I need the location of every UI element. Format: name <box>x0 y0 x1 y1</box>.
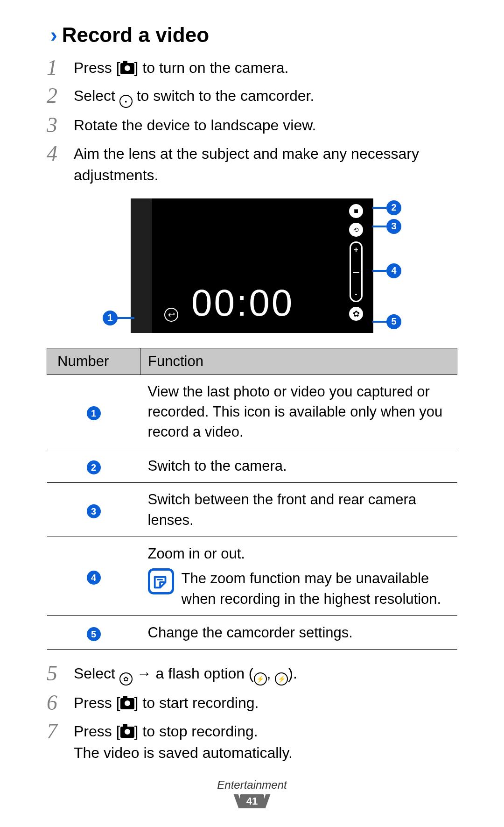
switch-lens-icon: ⟲ <box>349 223 363 237</box>
step-5: 5 Select ✿ → a flash option (⚡, ⚡). <box>47 663 457 686</box>
row-function: Change the camcorder settings. <box>140 616 457 650</box>
text: → a flash option ( <box>133 665 254 682</box>
number-badge-icon: 1 <box>87 406 101 420</box>
step-text: Select ✿ → a flash option (⚡, ⚡). <box>74 663 457 686</box>
note-icon <box>148 568 174 594</box>
callout-line <box>372 270 386 272</box>
camcorder-screen: ↩ 00:00 ■ ⟲ + - ✿ <box>131 198 373 333</box>
callout-line <box>372 321 386 323</box>
text: Press [ <box>74 59 120 76</box>
callout-line <box>372 207 386 209</box>
page-title: Record a video <box>62 23 209 47</box>
row-number: 3 <box>47 483 140 537</box>
step-4: 4 Aim the lens at the subject and make a… <box>47 143 457 186</box>
text: , <box>267 665 275 682</box>
number-badge-icon: 2 <box>87 460 101 474</box>
callout-line <box>372 226 386 227</box>
page-number: 41 <box>240 794 264 808</box>
step-7: 7 Press [] to stop recording. The video … <box>47 721 457 764</box>
row-number: 5 <box>47 616 140 650</box>
recording-timer: 00:00 <box>191 282 294 325</box>
step-text: Press [] to turn on the camera. <box>74 57 457 78</box>
text: The video is saved automatically. <box>74 744 293 761</box>
step-text: Select ▪ to switch to the camcorder. <box>74 85 457 108</box>
camera-key-icon <box>120 698 134 709</box>
table-row: 3 Switch between the front and rear came… <box>47 483 457 537</box>
camera-key-icon <box>120 63 134 74</box>
text: ] to start recording. <box>134 694 259 711</box>
manual-page: › Record a video 1 Press [] to turn on t… <box>0 0 504 827</box>
step-text: Press [] to stop recording. The video is… <box>74 721 457 764</box>
text: to switch to the camcorder. <box>133 87 315 104</box>
row-function: Switch to the camera. <box>140 449 457 482</box>
text: ] to turn on the camera. <box>134 59 289 76</box>
side-controls: ■ ⟲ + - ✿ <box>346 204 366 321</box>
row-number: 1 <box>47 375 140 449</box>
callout-line <box>118 317 134 319</box>
chevron-icon: › <box>50 25 57 45</box>
zoom-intro: Zoom in or out. <box>148 544 450 564</box>
callout-2-label: 2 <box>386 200 401 215</box>
zoom-slider-icon: + - <box>350 241 363 302</box>
row-number: 4 <box>47 537 140 615</box>
steps-list-cont: 5 Select ✿ → a flash option (⚡, ⚡). 6 Pr… <box>47 663 457 763</box>
zoom-minus-icon: - <box>355 290 357 298</box>
step-number: 5 <box>47 663 74 686</box>
callout-5-label: 5 <box>386 314 401 329</box>
step-number: 3 <box>47 114 74 136</box>
footer-section: Entertainment <box>0 778 504 792</box>
step-number: 7 <box>47 721 74 764</box>
text: Press [ <box>74 723 120 740</box>
step-number: 1 <box>47 57 74 78</box>
number-badge-icon: 5 <box>87 627 101 641</box>
step-number: 4 <box>47 143 74 186</box>
text: Select <box>74 87 119 104</box>
table-row: 2 Switch to the camera. <box>47 449 457 482</box>
camera-key-icon <box>120 727 134 738</box>
number-badge-icon: 4 <box>87 571 101 585</box>
zoom-note: The zoom function may be unavailable whe… <box>148 568 450 609</box>
callout-4-label: 4 <box>386 263 401 278</box>
settings-icon: ✿ <box>119 672 133 686</box>
function-table: Number Function 1 View the last photo or… <box>47 348 457 650</box>
step-number: 2 <box>47 85 74 108</box>
col-header-number: Number <box>47 348 140 375</box>
text: ] to stop recording. <box>134 723 258 740</box>
settings-gear-icon: ✿ <box>349 307 363 321</box>
last-capture-icon: ↩ <box>164 308 178 322</box>
switch-camera-icon: ■ <box>349 204 363 218</box>
number-badge-icon: 3 <box>87 504 101 518</box>
text: Select <box>74 665 119 682</box>
table-row: 4 Zoom in or out. The zoom function may … <box>47 537 457 615</box>
step-6: 6 Press [] to start recording. <box>47 692 457 714</box>
step-text: Rotate the device to landscape view. <box>74 114 457 136</box>
table-header-row: Number Function <box>47 348 457 375</box>
camcorder-mode-icon: ▪ <box>119 95 133 108</box>
table-row: 1 View the last photo or video you captu… <box>47 375 457 449</box>
camcorder-illustration: ↩ 00:00 ■ ⟲ + - ✿ 1 2 3 <box>47 196 457 336</box>
table-row: 5 Change the camcorder settings. <box>47 616 457 650</box>
flash-off-icon: ⚡ <box>275 672 288 686</box>
text: Press [ <box>74 694 120 711</box>
callout-3-label: 3 <box>386 219 401 234</box>
step-3: 3 Rotate the device to landscape view. <box>47 114 457 136</box>
step-text: Aim the lens at the subject and make any… <box>74 143 457 186</box>
row-function: Zoom in or out. The zoom function may be… <box>140 537 457 615</box>
row-number: 2 <box>47 449 140 482</box>
col-header-function: Function <box>140 348 457 375</box>
callout-1-label: 1 <box>103 311 118 325</box>
flash-on-icon: ⚡ <box>254 672 267 686</box>
step-1: 1 Press [] to turn on the camera. <box>47 57 457 78</box>
step-2: 2 Select ▪ to switch to the camcorder. <box>47 85 457 108</box>
left-band <box>131 198 152 333</box>
steps-list: 1 Press [] to turn on the camera. 2 Sele… <box>47 57 457 186</box>
text: ). <box>288 665 297 682</box>
page-footer: Entertainment 41 <box>0 778 504 808</box>
step-text: Press [] to start recording. <box>74 692 457 714</box>
row-function: View the last photo or video you capture… <box>140 375 457 449</box>
row-function: Switch between the front and rear camera… <box>140 483 457 537</box>
heading: › Record a video <box>50 23 457 47</box>
zoom-plus-icon: + <box>354 246 358 254</box>
note-text: The zoom function may be unavailable whe… <box>182 568 450 609</box>
step-number: 6 <box>47 692 74 714</box>
